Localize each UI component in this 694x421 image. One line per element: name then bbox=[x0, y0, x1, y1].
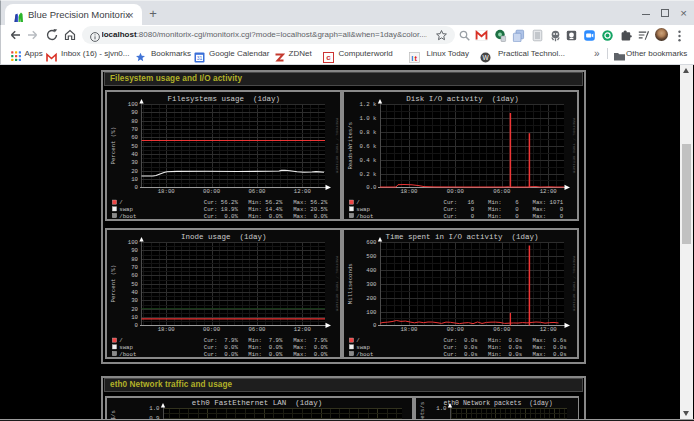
svg-text:60: 60 bbox=[131, 272, 138, 279]
svg-text:400: 400 bbox=[366, 267, 377, 274]
svg-text:RRDTOOL / TOBI OETIKER: RRDTOOL / TOBI OETIKER bbox=[335, 256, 339, 312]
svg-text:60: 60 bbox=[131, 134, 138, 141]
svg-text:30: 30 bbox=[131, 159, 138, 166]
svg-text:100: 100 bbox=[366, 309, 377, 316]
svg-text:Percent (%): Percent (%) bbox=[110, 265, 117, 303]
svg-text:Cur: 0: Cur: 0 bbox=[444, 213, 475, 219]
svg-text:600: 600 bbox=[366, 239, 377, 246]
svg-text:Cur: 0.0%: Cur: 0.0% bbox=[204, 213, 239, 219]
svg-text:70: 70 bbox=[131, 126, 138, 133]
svg-text:50: 50 bbox=[131, 281, 138, 288]
svg-text:c: c bbox=[326, 53, 331, 62]
svg-text:eth0 FastEthernet LAN (1day): eth0 FastEthernet LAN (1day) bbox=[192, 399, 323, 407]
svg-text:18:00: 18:00 bbox=[158, 188, 176, 195]
svg-text:Cur: 0.0s: Cur: 0.0s bbox=[444, 351, 478, 357]
svg-text:1.0: 1.0 bbox=[149, 405, 160, 412]
svg-text:eth0 Network packets (1day): eth0 Network packets (1day) bbox=[443, 400, 552, 407]
svg-text:RRDTOOL / TOBI OETIKER: RRDTOOL / TOBI OETIKER bbox=[335, 118, 339, 174]
svg-text:Max: 0: Max: 0 bbox=[533, 213, 564, 219]
svg-text:Inode usage (1day): Inode usage (1day) bbox=[181, 233, 267, 241]
svg-text:90: 90 bbox=[131, 247, 138, 254]
svg-text:RRDTOOL / TOBI OETIKER: RRDTOOL / TOBI OETIKER bbox=[572, 118, 576, 174]
svg-text:/boot: /boot bbox=[119, 213, 136, 219]
svg-text:l: l bbox=[411, 53, 413, 62]
svg-text:12:00: 12:00 bbox=[540, 188, 558, 195]
svg-text:Reads+Writes/s: Reads+Writes/s bbox=[347, 122, 354, 170]
svg-text:06:00: 06:00 bbox=[493, 188, 511, 195]
svg-text:Min: 0.0s: Min: 0.0s bbox=[488, 351, 522, 357]
svg-text:Min: 0: Min: 0 bbox=[488, 213, 519, 219]
svg-text:300: 300 bbox=[366, 281, 377, 288]
svg-text:Max: 0.0%: Max: 0.0% bbox=[293, 213, 328, 219]
svg-text:0.0: 0.0 bbox=[366, 184, 377, 191]
svg-text:Percent (%): Percent (%) bbox=[110, 127, 117, 165]
svg-text:1.2 k: 1.2 k bbox=[359, 101, 377, 108]
svg-text:Max: 0.0s: Max: 0.0s bbox=[533, 351, 567, 357]
svg-text:0.8 k: 0.8 k bbox=[359, 129, 377, 136]
svg-text:80: 80 bbox=[131, 118, 138, 125]
svg-text:0.2 k: 0.2 k bbox=[359, 171, 377, 178]
svg-text:12:00: 12:00 bbox=[540, 326, 558, 333]
svg-text:Min: 0.0%: Min: 0.0% bbox=[248, 351, 283, 357]
svg-text:Cur: 0.0%: Cur: 0.0% bbox=[204, 351, 239, 357]
svg-text:1.0 k: 1.0 k bbox=[359, 115, 377, 122]
svg-text:30: 30 bbox=[131, 297, 138, 304]
svg-text:10: 10 bbox=[131, 176, 138, 183]
svg-text:/boot: /boot bbox=[356, 213, 373, 219]
svg-text:Min: 0.0%: Min: 0.0% bbox=[248, 213, 283, 219]
svg-text:/boot: /boot bbox=[119, 351, 136, 357]
svg-text:0: 0 bbox=[135, 322, 139, 329]
svg-text:70: 70 bbox=[131, 264, 138, 271]
svg-text:31: 31 bbox=[197, 54, 203, 60]
svg-text:Time spent in I/O activity (1: Time spent in I/O activity (1day) bbox=[385, 233, 538, 241]
svg-text:10: 10 bbox=[131, 314, 138, 321]
svg-text:80: 80 bbox=[131, 256, 138, 263]
svg-text:00:00: 00:00 bbox=[447, 188, 465, 195]
svg-text:Filesystems usage (1day): Filesystems usage (1day) bbox=[167, 95, 280, 103]
svg-text:0: 0 bbox=[135, 184, 139, 191]
svg-text:Max: 0.0%: Max: 0.0% bbox=[293, 351, 328, 357]
svg-text:0.6 k: 0.6 k bbox=[359, 143, 377, 150]
svg-text:06:00: 06:00 bbox=[248, 326, 266, 333]
svg-text:00:00: 00:00 bbox=[203, 326, 221, 333]
svg-text:Disk I/O activity (1day): Disk I/O activity (1day) bbox=[406, 95, 519, 103]
svg-text:06:00: 06:00 bbox=[248, 188, 266, 195]
svg-text:1.0: 1.0 bbox=[436, 405, 447, 412]
svg-text:W: W bbox=[482, 54, 489, 61]
svg-text:12:00: 12:00 bbox=[294, 326, 312, 333]
svg-text:18:00: 18:00 bbox=[400, 188, 418, 195]
svg-text:/boot: /boot bbox=[356, 351, 373, 357]
svg-text:00:00: 00:00 bbox=[203, 188, 221, 195]
svg-text:20: 20 bbox=[131, 306, 138, 313]
svg-text:50: 50 bbox=[131, 143, 138, 150]
svg-text:500: 500 bbox=[366, 253, 377, 260]
svg-text:200: 200 bbox=[366, 295, 377, 302]
svg-text:0.4 k: 0.4 k bbox=[359, 157, 377, 164]
svg-text:40: 40 bbox=[131, 151, 138, 158]
svg-text:20: 20 bbox=[131, 168, 138, 175]
svg-text:40: 40 bbox=[131, 289, 138, 296]
svg-text:Milliseconds: Milliseconds bbox=[347, 263, 354, 304]
svg-text:06:00: 06:00 bbox=[493, 326, 511, 333]
svg-text:12:00: 12:00 bbox=[294, 188, 312, 195]
svg-text:00:00: 00:00 bbox=[447, 326, 465, 333]
svg-text:90: 90 bbox=[131, 109, 138, 116]
svg-text:18:00: 18:00 bbox=[400, 326, 418, 333]
svg-text:18:00: 18:00 bbox=[158, 326, 176, 333]
svg-text:0: 0 bbox=[373, 322, 377, 329]
svg-text:100: 100 bbox=[128, 101, 139, 108]
svg-text:100: 100 bbox=[128, 239, 139, 246]
svg-text:RRDTOOL / TOBI OETIKER: RRDTOOL / TOBI OETIKER bbox=[572, 256, 576, 312]
